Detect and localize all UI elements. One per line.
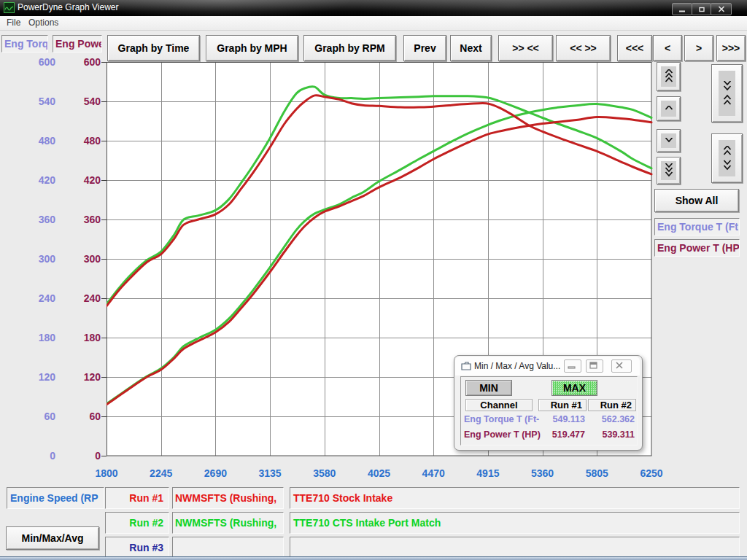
menu-bar: File Options: [0, 16, 747, 31]
minmax-minimize-button[interactable]: [564, 359, 581, 373]
toolbar-button-graph-by-rpm[interactable]: Graph by RPM: [303, 35, 396, 61]
close-button[interactable]: [711, 3, 732, 15]
y-axis-label-power: 600: [67, 56, 101, 68]
y-tick: [101, 180, 107, 181]
x-axis-label: 5360: [519, 467, 566, 479]
minmax-restore-button[interactable]: [586, 359, 603, 373]
x-axis-label: 2690: [192, 467, 239, 479]
y-axis-label-torque: 60: [22, 411, 55, 422]
scroll-expand-button-icon: [719, 140, 735, 176]
minimize-button[interactable]: [672, 3, 692, 15]
minmax-close-button[interactable]: [611, 359, 632, 373]
run-label-box-3: Run #3: [105, 537, 169, 559]
toolbar-button-btn[interactable]: << >>: [556, 35, 611, 61]
show-all-button[interactable]: Show All: [654, 189, 739, 212]
run-label-box-1: Run #1: [105, 487, 169, 509]
y-axis-label-torque: 480: [22, 135, 55, 147]
minmaxavg-button[interactable]: Min/Max/Avg: [6, 526, 99, 550]
y-axis-label-power: 0: [67, 450, 101, 462]
toolbar-button-btn[interactable]: >>>: [716, 35, 746, 61]
engine-speed-label-box: Engine Speed (RP: [7, 487, 104, 509]
scroll-expand-button[interactable]: [711, 133, 743, 183]
y-axis-label-power: 540: [67, 96, 101, 107]
minmax-run1-value-1: 549.113: [546, 414, 585, 424]
y-axis-label-torque: 300: [22, 253, 55, 265]
minmax-run1-value-2: 519.477: [546, 429, 585, 440]
toolbar-button-btn[interactable]: >: [684, 35, 713, 61]
y-tick: [101, 298, 107, 299]
toolbar-button-btn[interactable]: <<<: [617, 35, 652, 61]
axis-title-torque-box: Eng Torq: [1, 35, 48, 52]
y-tick: [101, 141, 107, 141]
y-tick: [101, 101, 107, 102]
spin-triple-up-button-icon: [661, 66, 676, 87]
run-file-box-2: NWMSFTS (Rushing,: [172, 512, 284, 534]
y-axis-label-torque: 420: [22, 174, 55, 186]
toolbar-button-graph-by-mph[interactable]: Graph by MPH: [206, 35, 298, 61]
toolbar-button-prev[interactable]: Prev: [403, 35, 446, 61]
x-axis-label: 3135: [247, 467, 293, 479]
toolbar-button-graph-by-time[interactable]: Graph by Time: [107, 35, 200, 61]
y-axis-label-torque: 600: [22, 56, 55, 68]
y-tick: [101, 338, 107, 338]
minmax-run2-value-2: 539.311: [595, 429, 635, 440]
y-axis-label-power: 240: [67, 292, 101, 304]
spin-down-button-icon: [661, 133, 676, 148]
y-axis-label-torque: 240: [22, 292, 55, 304]
toolbar-button-btn[interactable]: <: [653, 35, 682, 61]
y-tick: [101, 62, 107, 63]
x-axis-label: 4915: [465, 467, 511, 479]
spin-triple-down-button-icon: [661, 161, 676, 180]
spin-down-button[interactable]: [657, 129, 681, 152]
max-button[interactable]: MAX: [551, 380, 597, 396]
y-tick: [101, 377, 107, 378]
col-header-channel[interactable]: Channel: [465, 399, 533, 411]
x-axis-label: 1800: [83, 467, 130, 479]
minmax-channel-1: Eng Torque T (Ft-: [464, 414, 539, 424]
y-axis-label-power: 300: [67, 253, 101, 265]
run-desc-box-3: [290, 537, 740, 559]
spin-triple-down-button[interactable]: [657, 157, 681, 184]
app-icon: [4, 2, 15, 13]
window-bottom-edge: [0, 556, 747, 560]
y-axis-label-torque: 180: [22, 332, 55, 343]
toolbar-button-btn[interactable]: >> <<: [498, 35, 553, 61]
x-axis-label: 3580: [301, 467, 348, 479]
spin-triple-up-button[interactable]: [657, 62, 681, 91]
legend-power: Eng Power T (HP: [654, 239, 740, 257]
x-axis-label: 4470: [410, 467, 457, 479]
y-axis-label-torque: 0: [22, 450, 55, 462]
run-desc-box-2: TTE710 CTS Intake Port Match: [290, 512, 740, 534]
x-axis-label: 5805: [573, 467, 620, 479]
window-title: PowerDyne Graph Viewer: [18, 2, 119, 12]
run-file-box-3: [172, 537, 284, 559]
y-tick: [101, 259, 107, 260]
scroll-collapse-button-icon: [719, 71, 735, 116]
y-axis-label-power: 180: [67, 332, 101, 343]
minmax-channel-2: Eng Power T (HP): [464, 429, 541, 440]
y-axis-label-power: 420: [67, 174, 101, 186]
y-axis-label-power: 60: [67, 411, 101, 422]
minmax-window: Min / Max / Avg Valu... MIN MAX Channel …: [454, 355, 643, 451]
minmax-title: Min / Max / Avg Valu...: [474, 361, 560, 371]
maximize-button[interactable]: [692, 3, 711, 15]
powerdyne-window: PowerDyne Graph Viewer File Options Eng …: [0, 0, 747, 560]
axis-title-power-box: Eng Powe: [53, 35, 102, 52]
spin-up-button[interactable]: [657, 96, 681, 121]
run-label-box-2: Run #2: [105, 512, 169, 534]
minmax-titlebar[interactable]: Min / Max / Avg Valu...: [455, 357, 640, 376]
run-file-box-1: NWMSFTS (Rushing,: [172, 487, 284, 509]
legend-torque: Eng Torque T (Ft: [654, 218, 740, 236]
menu-item-options[interactable]: Options: [28, 18, 58, 28]
toolbar-button-next[interactable]: Next: [450, 35, 492, 61]
window-titlebar: PowerDyne Graph Viewer: [0, 0, 747, 16]
col-header-run2[interactable]: Run #2: [588, 399, 636, 411]
col-header-run1[interactable]: Run #1: [538, 399, 587, 411]
y-tick: [101, 416, 107, 417]
y-axis-label-power: 480: [67, 135, 101, 147]
min-button[interactable]: MIN: [465, 380, 512, 396]
scroll-collapse-button[interactable]: [711, 64, 743, 122]
minmax-run2-value-1: 562.362: [595, 414, 635, 424]
menu-item-file[interactable]: File: [7, 18, 20, 28]
x-axis-label: 2245: [138, 467, 185, 479]
